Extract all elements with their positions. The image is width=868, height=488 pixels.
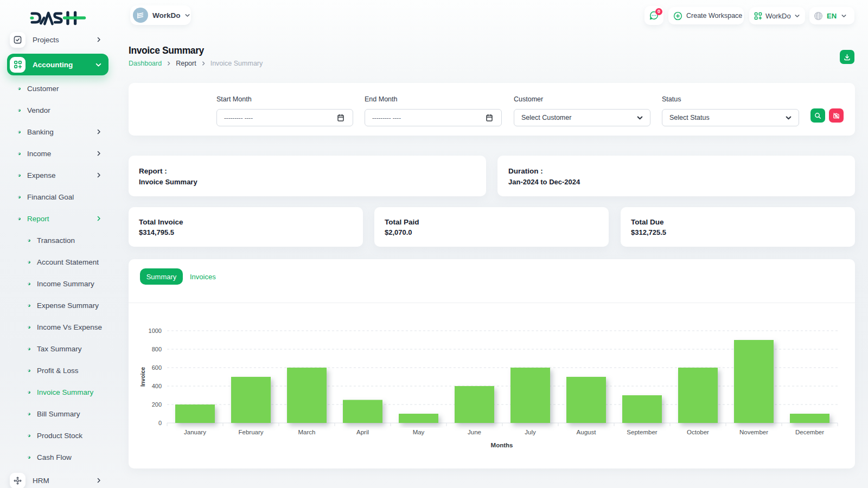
svg-text:June: June — [468, 429, 481, 435]
svg-text:December: December — [795, 429, 824, 435]
svg-text:September: September — [627, 429, 657, 435]
svg-text:October: October — [687, 429, 709, 435]
svg-text:800: 800 — [152, 346, 162, 352]
svg-text:February: February — [238, 429, 263, 435]
svg-text:March: March — [298, 429, 316, 435]
svg-text:May: May — [413, 429, 425, 435]
svg-text:Months: Months — [491, 442, 513, 448]
svg-text:April: April — [356, 429, 369, 435]
svg-text:November: November — [739, 429, 768, 435]
svg-text:August: August — [577, 429, 597, 435]
svg-text:1000: 1000 — [149, 328, 162, 334]
svg-text:January: January — [184, 429, 206, 435]
svg-text:400: 400 — [152, 383, 162, 389]
svg-text:0: 0 — [158, 420, 162, 426]
svg-text:July: July — [525, 429, 536, 435]
svg-text:200: 200 — [152, 401, 162, 408]
svg-text:600: 600 — [152, 364, 162, 371]
svg-text:Invoice: Invoice — [139, 367, 146, 387]
